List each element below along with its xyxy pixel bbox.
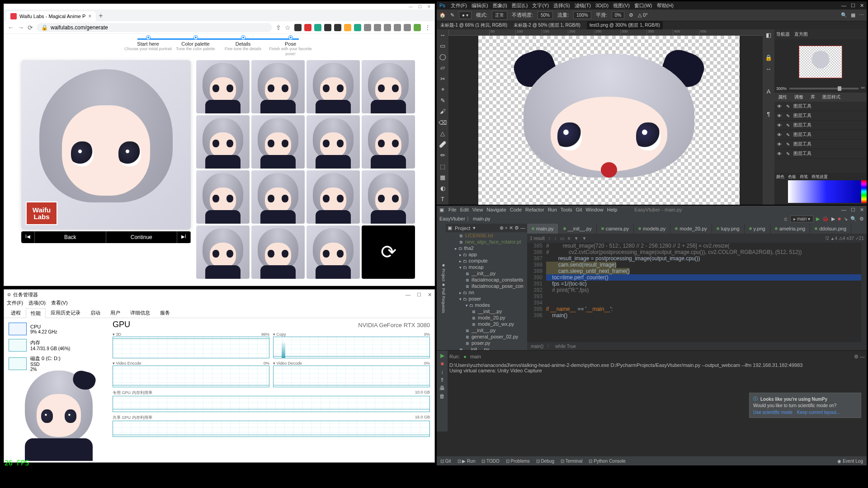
- brush-preset[interactable]: ● ▾: [459, 11, 472, 19]
- back-button[interactable]: Back: [35, 231, 106, 243]
- status-item[interactable]: ⊡ Problems: [506, 459, 530, 464]
- nav-tab[interactable]: 导航器: [776, 31, 790, 38]
- ps-tool[interactable]: ⬚: [437, 161, 448, 172]
- editor-tab[interactable]: amelria.png: [770, 224, 810, 234]
- breadcrumb[interactable]: EasyVtuber 〉 main.py: [439, 216, 491, 222]
- new-tab-button[interactable]: +: [99, 12, 103, 21]
- ps-tool[interactable]: 🖌: [437, 106, 448, 117]
- close-icon[interactable]: ✕: [860, 3, 864, 9]
- ps-menu-item[interactable]: 编辑(E): [472, 3, 488, 8]
- git-icon[interactable]: ⎌: [784, 216, 788, 221]
- portrait-option[interactable]: [196, 225, 250, 279]
- layer-row[interactable]: 👁✎图层工具: [774, 149, 867, 159]
- tm-tab[interactable]: 应用历史记录: [46, 308, 85, 318]
- tree-item[interactable]: 🗎__init__.py: [446, 308, 527, 314]
- keep-layout-link[interactable]: Keep current layout...: [797, 410, 840, 415]
- ide-menu-item[interactable]: Window: [586, 207, 604, 212]
- extension-icon[interactable]: [344, 24, 351, 31]
- portrait-option[interactable]: [196, 60, 250, 113]
- tree-item[interactable]: 🗎mode_20.py: [446, 314, 527, 321]
- run-with-coverage-button[interactable]: ▶: [831, 216, 835, 222]
- extension-icon[interactable]: [394, 24, 401, 31]
- tm-tab[interactable]: 性能: [26, 308, 46, 318]
- layer-row[interactable]: 👁✎图层工具: [774, 111, 867, 121]
- maximize-icon[interactable]: ☐: [851, 207, 855, 213]
- tree-item[interactable]: ▾ 🗀modes: [446, 302, 527, 308]
- zoom-slider[interactable]: [789, 88, 859, 89]
- tree-item[interactable]: 🗎ifacialmocap_constants: [446, 277, 527, 283]
- ps-tool[interactable]: ✂: [437, 73, 448, 84]
- ps-menu-item[interactable]: 3D(D): [595, 3, 609, 8]
- color-tab[interactable]: 色板: [788, 174, 796, 180]
- use-scientific-link[interactable]: Use scientific mode: [753, 410, 793, 415]
- up-stack-icon[interactable]: ⇑: [440, 377, 444, 383]
- visibility-icon[interactable]: 👁: [777, 113, 783, 118]
- tree-item[interactable]: 🗎__init__.py: [446, 346, 527, 350]
- smooth-input[interactable]: 0%: [612, 11, 624, 19]
- star-icon[interactable]: ☆: [285, 24, 291, 31]
- run-button[interactable]: ▶: [816, 216, 820, 222]
- brush-icon[interactable]: ✎: [450, 12, 454, 18]
- ps-tool[interactable]: T: [437, 194, 448, 205]
- tree-item[interactable]: ▸ 🗀tha2: [446, 245, 527, 251]
- status-item[interactable]: ⊡ Terminal: [561, 459, 582, 464]
- up-icon[interactable]: ↑: [548, 236, 551, 241]
- more-icon[interactable]: ⋯: [859, 12, 864, 18]
- refresh-button[interactable]: ⟳: [362, 225, 415, 279]
- navigator-thumb[interactable]: [774, 39, 867, 84]
- histogram-tab[interactable]: 直方图: [794, 31, 808, 38]
- settings-icon[interactable]: ⚙: [859, 216, 864, 222]
- ps-panel-icon[interactable]: ◧: [763, 29, 774, 41]
- continue-button[interactable]: Continue: [106, 231, 178, 243]
- ps-panel-icon[interactable]: A: [763, 86, 774, 97]
- run-config-select[interactable]: ▸ main ▾: [790, 216, 813, 222]
- mode-select[interactable]: 正常: [492, 11, 507, 20]
- tree-item[interactable]: 🗎new_algo_face_rotator.pt: [446, 239, 527, 245]
- tm-resource-item[interactable]: 内存14.7/31.9 GB (46%): [7, 337, 105, 353]
- ps-menu-item[interactable]: 帮助(H): [657, 3, 674, 8]
- ide-menu-item[interactable]: Run: [548, 207, 557, 212]
- down-icon[interactable]: ↓: [554, 236, 557, 241]
- portrait-option[interactable]: [307, 115, 360, 169]
- portrait-option[interactable]: [251, 60, 305, 113]
- layers-tab[interactable]: 调整: [791, 93, 807, 102]
- tree-item[interactable]: ▸ 🗀app: [446, 251, 527, 258]
- status-item[interactable]: ⊡ TODO: [481, 459, 499, 464]
- ide-menu-item[interactable]: Help: [607, 207, 618, 212]
- tree-item[interactable]: 🗎poser.py: [446, 340, 527, 346]
- tree-item[interactable]: 🗎general_poser_02.py: [446, 333, 527, 340]
- extension-icon[interactable]: [314, 24, 321, 31]
- ps-panel-icon[interactable]: ↔: [763, 63, 774, 75]
- ps-menu-item[interactable]: 选择(S): [553, 3, 570, 8]
- visibility-icon[interactable]: 👁: [777, 132, 783, 137]
- visibility-icon[interactable]: 👁: [777, 151, 783, 156]
- minimize-icon[interactable]: —: [409, 5, 413, 9]
- ps-menu-item[interactable]: 文件(F): [451, 3, 467, 8]
- ps-panel-icon[interactable]: ¶: [763, 108, 774, 120]
- minimize-icon[interactable]: —: [841, 207, 846, 213]
- ps-tool[interactable]: ◯: [437, 52, 448, 62]
- tree-item[interactable]: 🗎mode_20_wx.py: [446, 321, 527, 327]
- ps-panel-icon[interactable]: 🔒: [763, 52, 774, 63]
- project-label[interactable]: Project: [455, 225, 470, 231]
- ps-tool[interactable]: ⌖: [437, 84, 448, 95]
- ps-menu-item[interactable]: 视图(V): [613, 3, 630, 8]
- url-input[interactable]: 🔒 waifulabs.com/generate: [37, 23, 272, 32]
- ps-menu-item[interactable]: 图象(I): [493, 3, 507, 8]
- tm-menu-item[interactable]: 文件(F): [7, 300, 23, 308]
- tm-tab[interactable]: 进程: [6, 308, 26, 318]
- ps-canvas[interactable]: [478, 36, 740, 205]
- ps-panel-icon[interactable]: [763, 75, 774, 86]
- extension-icon[interactable]: [304, 24, 311, 31]
- back-button[interactable]: ←: [8, 24, 14, 31]
- status-item[interactable]: ⊡ ▶ Run: [458, 459, 476, 464]
- prev-skip-button[interactable]: I◀: [21, 231, 35, 243]
- color-tab[interactable]: 画笔设置: [811, 174, 828, 180]
- layer-row[interactable]: 👁✎图层工具: [774, 130, 867, 140]
- ps-tool[interactable]: ✏: [437, 150, 448, 161]
- editor-tab[interactable]: models.py: [634, 224, 670, 234]
- ps-menu-item[interactable]: 图层(L): [512, 3, 528, 8]
- editor-tab[interactable]: y.png: [745, 224, 770, 234]
- hue-slider[interactable]: [861, 180, 867, 203]
- debug-button[interactable]: 🐞: [822, 216, 829, 222]
